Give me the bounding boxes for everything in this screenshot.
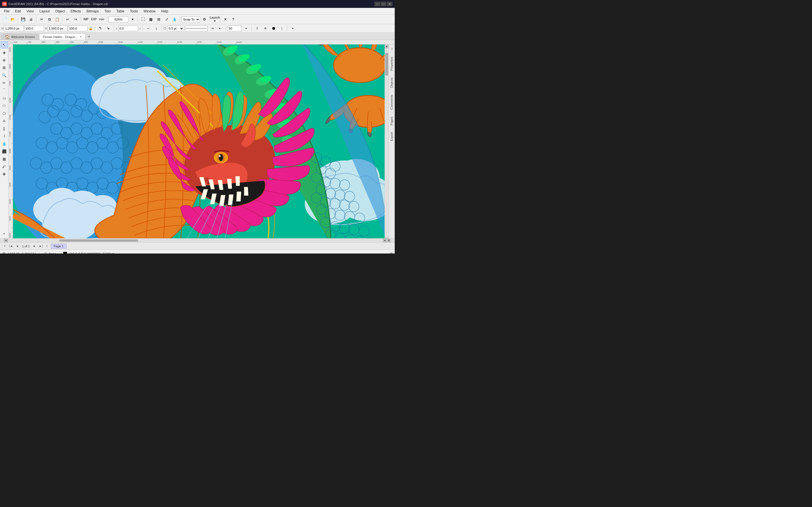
select-tool-button[interactable]: ↖ [1,41,8,48]
page-last-button[interactable]: ►| [38,244,43,249]
launch-button[interactable]: Launch ▾ [211,16,218,23]
node-tool-button[interactable]: ◈ [1,49,8,56]
comments-tab[interactable]: Comments [389,91,395,113]
vertical-scroll-thumb[interactable] [385,53,388,75]
x-input[interactable]: 1,200.0 px [4,25,24,31]
enhance-button[interactable]: ⤢ [163,16,170,23]
menu-tools[interactable]: Tools [127,8,141,14]
menu-text[interactable]: Text [101,8,113,14]
add-tool-btn[interactable]: + [289,25,296,32]
canvas-area[interactable]: ▲ ▼ [13,45,389,238]
crop-tool-button[interactable]: ⊠ [1,64,8,71]
stroke-color-swatch[interactable] [63,252,67,254]
wireframe-button[interactable]: ⊞ [155,16,162,23]
eyedropper-tb-button[interactable]: 💧 [171,16,178,23]
settings-icon[interactable]: ⚙ [2,251,6,253]
new-button[interactable]: 📄 [1,16,8,23]
save-button[interactable]: 💾 [19,16,27,23]
horizontal-scroll-thumb[interactable] [59,239,138,242]
page-label[interactable]: Page 1 [51,244,67,249]
view-mode-button[interactable]: ▦ [147,16,154,23]
page-next-button[interactable]: ► [32,244,37,249]
import-button[interactable]: IMP [82,16,90,23]
add-panel-button[interactable]: + [389,235,395,238]
fill-tool-button[interactable]: ⬛ [1,148,8,155]
export-tab[interactable]: Export [389,129,395,145]
zoom-input[interactable]: 626% [109,16,128,22]
vertical-scrollbar[interactable]: ▲ ▼ [385,45,389,238]
node-size-inc[interactable]: + [243,25,250,32]
snap-to-select[interactable]: Snap To [181,16,200,22]
more-options-btn[interactable]: ⋮ [278,25,285,32]
shaping-btn[interactable]: ⬟ [270,25,277,32]
envelope-btn[interactable]: ⌇ [253,25,261,32]
mirror-h-btn[interactable]: ↔ [144,25,152,32]
pages-tab[interactable]: Pages [389,113,395,129]
help-button[interactable]: ? [230,16,237,23]
h-input[interactable]: 100.0 [68,25,88,31]
text-tool-button[interactable]: A [1,117,8,124]
hints-icon-button[interactable]: ? [389,46,395,52]
page-first-button[interactable]: |◄ [8,244,13,249]
menu-object[interactable]: Object [52,8,68,14]
scroll-up-button[interactable]: ▲ [385,45,389,48]
transform-btn2[interactable]: ↳ [105,25,112,32]
page-add2-button[interactable]: + [45,244,50,249]
menu-edit[interactable]: Edit [12,8,24,14]
smart-fill-tool-button[interactable]: ▦ [1,155,8,163]
redo-button[interactable]: ↪ [72,16,79,23]
menu-window[interactable]: Window [141,8,158,14]
tab-welcome[interactable]: 🏠 Welcome Screen [1,34,39,40]
undo-button[interactable]: ↩ [64,16,71,23]
polygon-tool-button[interactable]: ⬡ [1,110,8,117]
stroke-width-select[interactable]: 0.5 pt [167,25,184,31]
eyedropper-tool-button[interactable]: 🖋 [1,163,8,170]
export-pdf-button[interactable]: PDF [98,16,105,23]
horizontal-scrollbar[interactable]: ◄ ► ⊞ [0,238,395,242]
help-close-button[interactable]: ✕ [221,16,229,23]
menu-view[interactable]: View [24,8,37,14]
ellipse-tool-button[interactable]: ⬭ [1,102,8,109]
scroll-right-button[interactable]: ► [383,238,387,242]
print-button[interactable]: 🖨 [28,16,35,23]
maximize-button[interactable]: □ [380,2,386,6]
export-button[interactable]: EXP [90,16,98,23]
w-input[interactable]: 100.0 [24,25,44,31]
menu-table[interactable]: Table [113,8,127,14]
copy-button[interactable]: ⧉ [46,16,53,23]
stroke-end-btn[interactable]: ⇢ [208,25,216,32]
menu-bitmaps[interactable]: Bitmaps [84,8,101,14]
menu-file[interactable]: File [1,8,12,14]
scroll-left-button[interactable]: ◄ [4,238,8,242]
page-prev-button[interactable]: ◄ [15,244,20,249]
zoom-to-fit-button[interactable]: ⊞ [387,238,391,242]
full-screen-button[interactable]: ⛶ [139,16,147,23]
paste-button[interactable]: 📋 [54,16,61,23]
transform-btn1[interactable]: ↰ [96,25,104,32]
add-tool-toolbox-button[interactable]: + [1,230,8,237]
zoom-dropdown[interactable]: ▾ [129,16,136,23]
tab-dragon[interactable]: Firman Hatibu - Dragon... ✕ [39,34,86,40]
node-size-input[interactable]: 50 [227,25,242,31]
snap-options-button[interactable]: ⚙ [201,16,208,23]
minimize-button[interactable]: ─ [374,2,380,6]
close-button[interactable]: ✕ [387,2,393,6]
objects-tab[interactable]: Objects [389,74,395,91]
free-transform-tool-button[interactable]: ✤ [1,170,8,178]
menu-help[interactable]: Help [158,8,171,14]
smart-draw-tool-button[interactable]: ⌒ [1,87,8,94]
scroll-down-button[interactable]: ▼ [385,238,389,238]
dropper-tool-button[interactable]: 💧 [1,140,8,147]
stroke-style-selector[interactable] [185,25,207,31]
connector-tool-button[interactable]: ⌇ [1,132,8,140]
properties-tab[interactable]: Properties [389,53,395,74]
angle-input[interactable]: 0.0 [118,25,138,31]
zoom-tool-button[interactable]: 🔍 [1,71,8,79]
menu-effects[interactable]: Effects [68,8,84,14]
window-controls[interactable]: ─ □ ✕ [374,2,393,6]
tab-close-icon[interactable]: ✕ [80,35,82,38]
rectangle-tool-button[interactable]: ▭ [1,94,8,102]
dim-tool-button[interactable]: ∥ [1,125,8,132]
stroke-start-btn[interactable]: ⇠ [216,25,224,32]
y-input[interactable]: 1,500.0 px [48,25,67,31]
